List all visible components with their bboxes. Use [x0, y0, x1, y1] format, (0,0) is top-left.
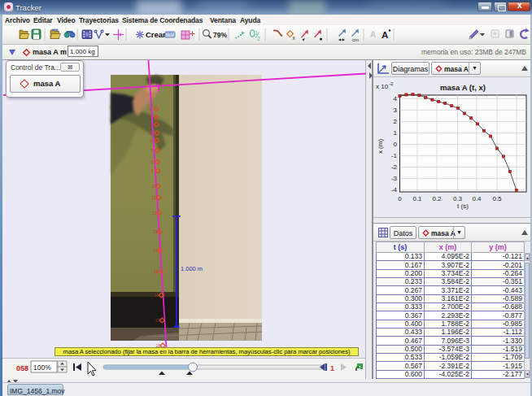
svg-text:0.4: 0.4 — [472, 195, 482, 202]
svg-text:100%: 100% — [33, 363, 51, 372]
svg-text:7: 7 — [150, 148, 153, 153]
svg-text:2: 2 — [394, 118, 398, 125]
svg-text:Crear: Crear — [146, 30, 166, 39]
svg-text:6: 6 — [150, 138, 153, 143]
svg-text:0.2: 0.2 — [432, 195, 442, 202]
svg-text:11: 11 — [151, 195, 155, 200]
svg-text:-4: -4 — [391, 186, 398, 194]
svg-text:-1: -1 — [391, 152, 398, 159]
svg-text:058: 058 — [16, 364, 28, 372]
svg-text:masa A (t, x): masa A (t, x) — [440, 83, 486, 92]
svg-text:79%: 79% — [213, 31, 227, 39]
svg-text:16: 16 — [155, 293, 159, 298]
svg-text:cm: cm — [352, 37, 359, 42]
svg-text:9: 9 — [151, 168, 154, 173]
svg-text:-2: -2 — [389, 81, 394, 86]
svg-text:0: 0 — [398, 195, 402, 202]
svg-text:x 10: x 10 — [376, 83, 389, 90]
svg-text:0: 0 — [394, 141, 398, 148]
svg-text:10: 10 — [151, 184, 156, 189]
svg-text:A: A — [370, 30, 376, 39]
svg-text:17: 17 — [155, 318, 160, 323]
svg-text:2: 2 — [150, 107, 152, 111]
svg-text:1: 1 — [394, 129, 398, 137]
svg-text:0.1: 0.1 — [412, 195, 422, 202]
svg-text:x (m): x (m) — [377, 139, 384, 154]
svg-text:2: 2 — [257, 36, 260, 41]
svg-text:-2: -2 — [391, 163, 398, 171]
svg-text:8: 8 — [150, 159, 153, 164]
svg-text:3: 3 — [394, 107, 398, 114]
svg-text:1.000 m: 1.000 m — [181, 265, 203, 272]
svg-text:13: 13 — [153, 229, 158, 234]
svg-text:1: 1 — [330, 364, 334, 372]
svg-text:12: 12 — [152, 211, 157, 215]
svg-text:0.5: 0.5 — [492, 195, 502, 202]
svg-text:A: A — [382, 30, 388, 40]
svg-text:4: 4 — [150, 122, 152, 127]
svg-text:-3: -3 — [391, 175, 398, 182]
svg-text:t (s): t (s) — [457, 202, 469, 210]
svg-text:3: 3 — [150, 115, 152, 120]
svg-text:x: x — [293, 35, 296, 41]
svg-text:4: 4 — [394, 95, 398, 102]
svg-text:0.3: 0.3 — [453, 195, 463, 202]
svg-text:15: 15 — [154, 269, 159, 274]
svg-text:5: 5 — [150, 131, 152, 136]
svg-text:14: 14 — [153, 248, 158, 253]
